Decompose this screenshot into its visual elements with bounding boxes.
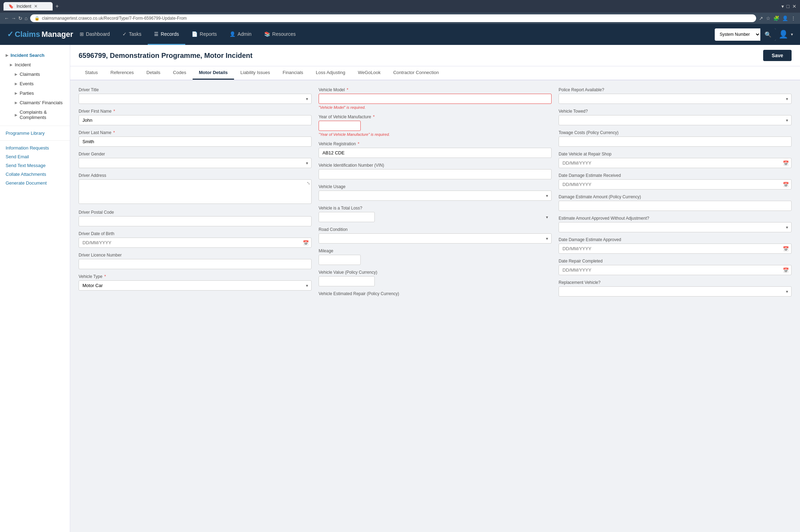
form-content: Driver Title ▾ Driver First Name * [70,80,800,304]
vehicle-usage-select[interactable] [319,191,552,201]
back-button[interactable]: ← [4,15,9,21]
sidebar-item-send-text[interactable]: Send Text Message [0,161,70,170]
tasks-icon: ✓ [122,31,127,37]
sidebar-item-incident-search[interactable]: ▶ Incident Search [0,51,70,60]
browser-tab[interactable]: 🔖 Incident ✕ [4,2,53,11]
sidebar-item-complaints[interactable]: ▶ Complaints & Compliments [0,107,70,122]
nav-reports[interactable]: 📄 Reports [185,24,223,45]
maximize-icon[interactable]: □ [787,4,789,9]
sidebar-item-claimants[interactable]: ▶ Claimants [0,69,70,79]
vehicle-model-error: "Vehicle Model" is required. [319,105,552,109]
vehicle-model-required: * [347,87,348,92]
complaints-label: Complaints & Compliments [20,109,64,120]
date-damage-approved-input[interactable] [559,244,792,254]
bookmark-icon[interactable]: ☆ [766,15,771,21]
driver-gender-select-wrap: ▾ [79,158,312,168]
damage-estimate-amount-input[interactable] [559,201,792,211]
driver-first-name-input[interactable] [79,115,312,125]
vin-input[interactable] [319,169,552,179]
tab-wegolook[interactable]: WeGoLook [352,66,387,80]
estimate-approved-select[interactable] [559,222,792,232]
url-bar[interactable]: 🔒 claimsmanagertest.crawco.co.uk/Record/… [30,14,756,22]
tab-close-button[interactable]: ✕ [34,4,38,9]
home-button[interactable]: ⌂ [25,15,27,21]
textarea-expand-icon[interactable]: ⤡ [307,181,310,186]
sidebar-item-claimants-financials[interactable]: ▶ Claimants' Financials [0,98,70,107]
search-button[interactable]: 🔍 [760,28,776,41]
driver-dob-input[interactable] [79,238,312,248]
vehicle-reg-input[interactable] [319,148,552,158]
driver-last-name-input[interactable] [79,137,312,147]
profile-icon[interactable]: 👤 [782,15,788,21]
date-damage-estimate-date-wrap: 📅 [559,179,792,189]
tab-contractor-connection[interactable]: Contractor Connection [387,66,445,80]
tab-liability-issues[interactable]: Liability Issues [234,66,276,80]
date-damage-estimate-calendar-icon[interactable]: 📅 [783,182,789,187]
menu-icon[interactable]: ⋮ [791,15,796,21]
refresh-button[interactable]: ↻ [18,15,22,21]
tab-references[interactable]: References [104,66,140,80]
year-manufacture-input[interactable] [319,121,361,131]
date-damage-estimate-input[interactable] [559,179,792,189]
date-repair-completed-input[interactable] [559,265,792,275]
vehicle-towed-select[interactable] [559,115,792,125]
vehicle-type-select[interactable]: Motor Car [79,280,312,291]
lock-icon: 🔒 [34,16,40,21]
tab-status[interactable]: Status [79,66,104,80]
sidebar-item-information-requests[interactable]: Information Requests [0,144,70,152]
mileage-input[interactable] [319,255,361,265]
field-vin: Vehicle Identification Number (VIN) [319,163,552,179]
road-condition-select[interactable] [319,233,552,244]
sidebar-item-programme-library[interactable]: Programme Library [0,129,70,138]
vehicle-value-input[interactable] [319,276,375,286]
share-icon[interactable]: ↗ [759,15,763,21]
sidebar-item-parties[interactable]: ▶ Parties [0,88,70,98]
driver-address-textarea[interactable] [79,179,312,204]
tab-loss-adjusting[interactable]: Loss Adjusting [309,66,352,80]
nav-records[interactable]: ☰ Records [148,24,185,45]
date-repair-completed-calendar-icon[interactable]: 📅 [783,267,789,273]
driver-postal-code-input[interactable] [79,216,312,226]
replacement-vehicle-select[interactable] [559,286,792,297]
forward-button[interactable]: → [11,15,16,21]
date-repair-shop-calendar-icon[interactable]: 📅 [783,160,789,166]
date-repair-completed-label: Date Repair Completed [559,259,792,264]
towage-costs-input[interactable] [559,137,792,147]
save-button[interactable]: Save [763,50,792,61]
user-menu-chevron-icon[interactable]: ▾ [791,32,793,37]
driver-address-textarea-wrap: ⤡ [79,179,312,205]
sidebar-item-incident[interactable]: ▶ Incident [0,60,70,69]
sidebar-section-incident: ▶ Incident Search ▶ Incident ▶ Claimants… [0,51,70,122]
sidebar-item-events[interactable]: ▶ Events [0,79,70,88]
driver-dob-calendar-icon[interactable]: 📅 [303,240,309,246]
nav-dashboard[interactable]: ⊞ Dashboard [73,24,116,45]
total-loss-select[interactable] [319,212,375,222]
date-damage-approved-calendar-icon[interactable]: 📅 [783,246,789,252]
vehicle-est-repair-label: Vehicle Estimated Repair (Policy Currenc… [319,291,552,296]
sidebar-item-send-email[interactable]: Send Email [0,152,70,161]
sidebar-item-generate-document[interactable]: Generate Document [0,179,70,187]
sidebar-item-collate-attachments[interactable]: Collate Attachments [0,170,70,179]
records-icon: ☰ [154,31,159,37]
close-window-icon[interactable]: ✕ [792,4,796,9]
vehicle-model-input[interactable] [319,94,552,104]
user-avatar-icon[interactable]: 👤 [779,30,788,39]
driver-gender-select[interactable] [79,158,312,168]
incident-arrow-icon: ▶ [10,63,13,67]
minimize-icon[interactable]: ▾ [781,4,784,9]
tab-motor-details[interactable]: Motor Details [193,66,234,80]
tab-details[interactable]: Details [140,66,167,80]
nav-resources[interactable]: 📚 Resources [258,24,302,45]
tab-codes[interactable]: Codes [167,66,193,80]
driver-title-select[interactable] [79,94,312,104]
date-repair-shop-input[interactable] [559,158,792,168]
tab-financials[interactable]: Financials [276,66,310,80]
driver-licence-input[interactable] [79,259,312,269]
nav-tasks[interactable]: ✓ Tasks [116,24,148,45]
new-tab-button[interactable]: + [55,3,59,9]
nav-admin[interactable]: 👤 Admin [223,24,258,45]
date-damage-approved-date-wrap: 📅 [559,244,792,254]
police-report-select[interactable] [559,94,792,104]
extension-icon[interactable]: 🧩 [773,15,779,21]
search-type-select[interactable]: System Number [715,29,760,39]
